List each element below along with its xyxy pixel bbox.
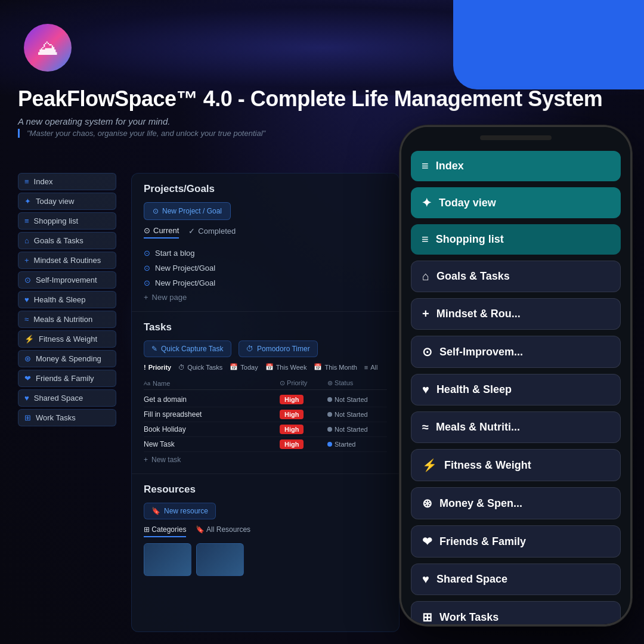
week-icon: 📅	[265, 363, 274, 371]
sidebar-item-label: Mindset & Routines	[34, 256, 101, 265]
month-icon: 📅	[314, 363, 322, 371]
health-sleep-icon: ♥	[24, 295, 29, 304]
resource-thumb-1[interactable]	[144, 543, 191, 576]
logo-shape	[24, 24, 72, 72]
all-icon: ≡	[364, 364, 368, 371]
phone-nav-item-6[interactable]: ♥Health & Sleep	[411, 374, 621, 405]
project-row-2[interactable]: ⊙ New Project/Goal	[144, 261, 387, 275]
sidebar-item-goals-tasks[interactable]: ⌂Goals & Tasks	[18, 232, 116, 249]
filter-all[interactable]: ≡ All	[364, 363, 378, 371]
phone-nav-label-12: Work Tasks	[439, 611, 499, 624]
task-buttons-row: ✎ Quick Capture Task ⏱ Pomodoro Timer	[144, 340, 387, 363]
index-icon: ≡	[24, 177, 29, 186]
timer-icon: ⏱	[246, 345, 253, 353]
phone-nav-item-8[interactable]: ⚡Fitness & Weight	[411, 449, 621, 481]
new-task-row[interactable]: + New task	[144, 456, 387, 464]
quick-capture-button[interactable]: ✎ Quick Capture Task	[144, 340, 231, 357]
self-improvement-icon: ⊙	[24, 275, 31, 284]
phone-nav-item-3[interactable]: ⌂Goals & Tasks	[411, 261, 621, 292]
status-dot	[327, 442, 332, 447]
pomodoro-button[interactable]: ⏱ Pomodoro Timer	[239, 340, 318, 357]
sidebar-item-money-spending[interactable]: ⊛Money & Spending	[18, 350, 116, 367]
sidebar-item-fitness-weight[interactable]: ⚡Fitness & Weight	[18, 330, 116, 348]
friends-family-icon: ❤	[24, 374, 31, 383]
phone-nav-item-10[interactable]: ❤Friends & Family	[411, 525, 621, 558]
new-page-row[interactable]: + New page	[144, 293, 387, 302]
sidebar-item-today-view[interactable]: ✦Today view	[18, 193, 116, 210]
phone-nav-icon-7: ≈	[422, 420, 429, 434]
task-table-header: Aa Name ⊙ Priority ⊛ Status	[144, 377, 387, 390]
project-row-1[interactable]: ⊙ Start a blog	[144, 246, 387, 261]
priority-col-icon: ⊙	[280, 379, 285, 386]
tab-current[interactable]: ⊙ Current	[144, 226, 179, 239]
phone-nav-item-7[interactable]: ≈Meals & Nutriti...	[411, 411, 621, 443]
table-row[interactable]: Get a domain High Not Started	[144, 392, 387, 407]
sidebar-item-label: Today view	[36, 197, 74, 206]
project-icon-1: ⊙	[144, 249, 150, 258]
phone-nav-item-12[interactable]: ⊞Work Tasks	[411, 601, 621, 624]
project-row-3[interactable]: ⊙ New Project/Goal	[144, 275, 387, 290]
phone-screen: ≡Index✦Today view≡Shopping list⌂Goals & …	[401, 127, 630, 624]
project-icon-3: ⊙	[144, 278, 150, 287]
phone-nav-icon-11: ♥	[422, 572, 429, 586]
status-dot	[327, 427, 332, 432]
phone-nav-icon-1: ✦	[422, 196, 432, 210]
phone-nav-label-2: Shopping list	[436, 233, 504, 246]
phone-nav-icon-9: ⊛	[422, 496, 432, 510]
sidebar-item-work-tasks[interactable]: ⊞Work Tasks	[18, 409, 116, 426]
filter-priority[interactable]: ! Priority	[144, 363, 171, 371]
filter-this-week[interactable]: 📅 This Week	[265, 363, 307, 371]
table-row[interactable]: New Task High Started	[144, 437, 387, 452]
sidebar-item-health-sleep[interactable]: ♥Health & Sleep	[18, 291, 116, 308]
tab-completed[interactable]: ✓ Completed	[188, 226, 236, 239]
resources-title: Resources	[144, 484, 387, 496]
goal-icon: ⊙	[153, 207, 159, 215]
sidebar-item-shopping-list[interactable]: ≡Shopping list	[18, 212, 116, 230]
resource-thumbnails	[144, 543, 387, 576]
phone-nav-item-11[interactable]: ♥Shared Space	[411, 564, 621, 595]
phone-notch	[480, 135, 552, 140]
sidebar-item-self-improvement[interactable]: ⊙Self-Improvement	[18, 271, 116, 289]
new-project-button[interactable]: ⊙ New Project / Goal	[144, 202, 231, 220]
status-dot	[327, 397, 332, 402]
tab-all-resources[interactable]: 🔖 All Resources	[196, 525, 250, 537]
completed-icon: ✓	[188, 227, 195, 236]
table-row[interactable]: Book Holiday High Not Started	[144, 422, 387, 437]
phone-nav-icon-4: +	[422, 307, 429, 321]
phone-nav-item-4[interactable]: +Mindset & Rou...	[411, 298, 621, 330]
sidebar-item-meals-nutrition[interactable]: ≈Meals & Nutrition	[18, 311, 116, 328]
sidebar-item-label: Shared Space	[34, 394, 83, 402]
filter-this-month[interactable]: 📅 This Month	[314, 363, 357, 371]
table-row[interactable]: Fill in spreadsheet High Not Started	[144, 407, 387, 422]
projects-title: Projects/Goals	[144, 183, 387, 195]
fitness-weight-icon: ⚡	[24, 335, 34, 343]
sidebar-item-friends-family[interactable]: ❤Friends & Family	[18, 370, 116, 387]
sidebar-item-label: Shopping list	[34, 216, 78, 225]
plus-icon: +	[144, 293, 148, 302]
new-resource-button[interactable]: 🔖 New resource	[144, 503, 216, 519]
sidebar-item-index[interactable]: ≡Index	[18, 173, 116, 190]
status-badge: Not Started	[327, 426, 387, 433]
phone-nav-label-4: Mindset & Rou...	[436, 308, 521, 320]
tab-categories[interactable]: ⊞ Categories	[144, 525, 186, 537]
filter-today[interactable]: 📅 Today	[230, 363, 258, 371]
sidebar-item-mindset-routines[interactable]: +Mindset & Routines	[18, 252, 116, 269]
shared-space-icon: ♥	[24, 394, 29, 402]
phone-nav-icon-8: ⚡	[422, 458, 437, 472]
money-spending-icon: ⊛	[24, 354, 31, 363]
filter-quick-tasks[interactable]: ⏱ Quick Tasks	[178, 363, 222, 371]
phone-nav-item-5[interactable]: ⊙Self-Improvem...	[411, 336, 621, 368]
phone-nav-item-2[interactable]: ≡Shopping list	[411, 224, 621, 255]
sort-icon: Aa	[144, 380, 150, 386]
phone-nav-item-1[interactable]: ✦Today view	[411, 187, 621, 218]
phone-nav-item-9[interactable]: ⊛Money & Spen...	[411, 487, 621, 519]
current-icon: ⊙	[144, 226, 150, 235]
phone-nav-label-5: Self-Improvem...	[439, 346, 523, 358]
sidebar-item-label: Self-Improvement	[36, 275, 97, 284]
phone-nav-item-0[interactable]: ≡Index	[411, 151, 621, 181]
resources-section: Resources 🔖 New resource ⊞ Categories 🔖 …	[132, 474, 399, 586]
resource-thumb-2[interactable]	[196, 543, 244, 576]
sidebar-item-shared-space[interactable]: ♥Shared Space	[18, 389, 116, 407]
priority-badge: High	[280, 439, 304, 449]
phone-nav-label-0: Index	[436, 160, 464, 172]
